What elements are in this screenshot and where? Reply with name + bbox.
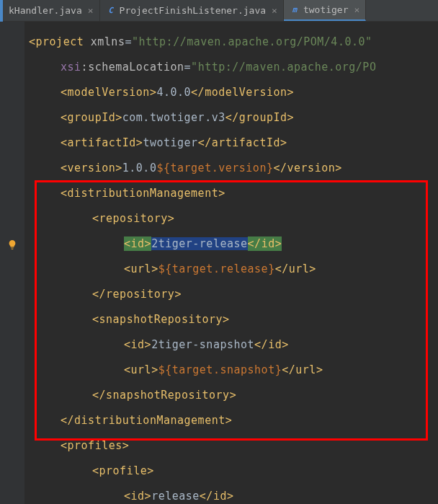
tab-handler[interactable]: kHandler.java × [3, 0, 100, 21]
lightbulb-icon[interactable] [7, 239, 17, 249]
maven-icon: m [290, 5, 300, 15]
tab-label: twotiger [303, 4, 349, 15]
tab-listener[interactable]: C ProjectFinishListener.java × [100, 0, 284, 21]
close-icon[interactable]: × [272, 5, 277, 16]
java-icon: C [106, 6, 116, 16]
code-editor[interactable]: <project xmlns="http://maven.apache.org/… [24, 22, 376, 504]
tab-label: kHandler.java [9, 5, 82, 16]
tab-twotiger[interactable]: m twotiger × [284, 0, 366, 21]
close-icon[interactable]: × [88, 5, 94, 16]
close-icon[interactable]: × [354, 4, 360, 15]
gutter [0, 22, 24, 504]
tab-label: ProjectFinishListener.java [120, 5, 267, 16]
editor-area: <project xmlns="http://maven.apache.org/… [0, 22, 438, 504]
tab-bar: kHandler.java × C ProjectFinishListener.… [0, 0, 438, 22]
